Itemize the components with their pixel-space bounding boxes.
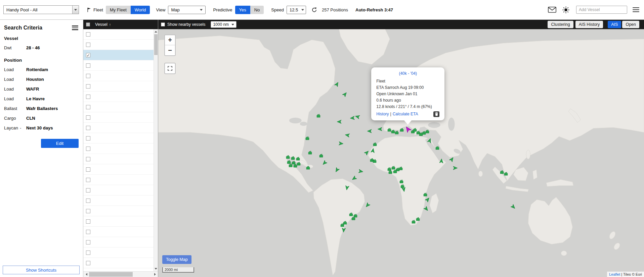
vessel-marker-arrow[interactable] xyxy=(337,119,342,124)
hscrollbar-thumb[interactable] xyxy=(89,272,133,277)
vessel-marker-arrow[interactable] xyxy=(333,80,340,87)
vessel-row[interactable] xyxy=(83,237,158,247)
leaflet-link[interactable]: Leaflet xyxy=(609,272,620,276)
zoom-out-button[interactable]: − xyxy=(165,45,175,55)
vessel-row-checkbox[interactable] xyxy=(86,115,90,120)
vessel-marker-port[interactable] xyxy=(343,220,347,225)
vessel-marker-port[interactable] xyxy=(296,156,300,161)
map-button-clustering[interactable]: Clustering xyxy=(548,21,573,28)
vessel-row[interactable] xyxy=(83,175,158,185)
vessel-marker-port[interactable] xyxy=(291,156,295,160)
vessel-marker-port[interactable] xyxy=(373,159,377,163)
vessel-marker-arrow[interactable] xyxy=(426,137,433,144)
vessel-marker-port[interactable] xyxy=(500,170,504,174)
vessel-marker-arrow[interactable] xyxy=(510,204,517,211)
vessel-marker-port[interactable] xyxy=(425,129,429,134)
vessel-marker-arrow[interactable] xyxy=(321,160,328,167)
vessel-marker-port[interactable] xyxy=(399,166,403,171)
vessel-marker-port[interactable] xyxy=(388,170,392,174)
vessel-marker-arrow[interactable] xyxy=(370,148,376,153)
select-all-checkbox[interactable] xyxy=(86,22,90,26)
pool-select-button[interactable] xyxy=(72,6,79,14)
vessel-marker-arrow[interactable] xyxy=(358,168,363,174)
predictive-no-button[interactable]: No xyxy=(250,6,264,14)
vessel-row[interactable] xyxy=(83,185,158,196)
vessel-row-checkbox[interactable] xyxy=(86,199,90,203)
vessel-column-header[interactable]: Vessel xyxy=(95,22,108,27)
vessel-row-checkbox[interactable] xyxy=(86,178,90,182)
vessel-row[interactable] xyxy=(83,206,158,216)
vessel-row-checkbox[interactable] xyxy=(86,74,90,78)
vessel-row[interactable] xyxy=(83,247,158,258)
vessel-marker-arrow[interactable] xyxy=(345,132,350,138)
vessel-marker-arrow[interactable] xyxy=(333,167,340,173)
vessel-marker-arrow[interactable] xyxy=(424,196,431,203)
vessel-marker-arrow[interactable] xyxy=(354,114,360,120)
add-vessel-input[interactable] xyxy=(576,6,627,14)
edit-button[interactable]: Edit xyxy=(41,139,79,148)
vessel-marker-port[interactable] xyxy=(412,220,416,224)
vertical-scrollbar[interactable] xyxy=(154,29,158,271)
scroll-up-icon[interactable] xyxy=(154,29,158,34)
vessel-row-checkbox[interactable] xyxy=(86,147,90,151)
vessel-marker-port[interactable] xyxy=(413,128,417,132)
vessel-marker-port[interactable] xyxy=(400,184,405,188)
vessel-marker-port[interactable] xyxy=(393,169,397,173)
vessel-marker-port[interactable] xyxy=(286,155,290,159)
vessel-row-checkbox[interactable] xyxy=(86,63,90,68)
vessel-row[interactable] xyxy=(83,102,158,112)
vessel-marker-port[interactable] xyxy=(395,130,399,134)
history-link[interactable]: History xyxy=(376,112,389,116)
vessel-row-checkbox[interactable] xyxy=(86,240,90,244)
vessel-row-checkbox[interactable] xyxy=(86,157,90,161)
vessel-marker-arrow[interactable] xyxy=(439,158,444,164)
vessel-marker-port[interactable] xyxy=(293,163,298,168)
main-menu-icon[interactable] xyxy=(633,7,639,12)
vessel-marker-port[interactable] xyxy=(399,179,403,184)
vessel-row-checkbox[interactable] xyxy=(86,261,90,265)
vessel-marker-arrow[interactable] xyxy=(342,91,349,98)
vessel-marker-port[interactable] xyxy=(305,136,309,140)
vessel-row-checkbox[interactable] xyxy=(86,209,90,213)
vessel-row-checkbox[interactable] xyxy=(86,84,90,89)
predictive-yes-button[interactable]: Yes xyxy=(235,6,250,14)
messages-envelope-icon[interactable] xyxy=(548,7,556,13)
vessel-marker-arrow[interactable] xyxy=(363,149,370,156)
world-button[interactable]: World xyxy=(131,6,150,14)
vessel-row[interactable] xyxy=(83,112,158,123)
view-select[interactable]: Map xyxy=(168,6,206,14)
vessel-marker-port[interactable] xyxy=(306,165,310,170)
speed-select[interactable]: 12.5 xyxy=(287,6,306,14)
vessel-row-checkbox[interactable] xyxy=(86,230,90,234)
vessel-row[interactable]: ✓ xyxy=(83,50,158,60)
vessel-row[interactable] xyxy=(83,154,158,164)
vessel-marker-port[interactable] xyxy=(319,154,324,158)
vessel-marker-arrow[interactable] xyxy=(338,141,344,146)
show-shortcuts-button[interactable]: Show Shortcuts xyxy=(3,266,80,274)
vessel-row[interactable] xyxy=(83,227,158,237)
vessel-row[interactable] xyxy=(83,196,158,206)
vessel-marker-port[interactable] xyxy=(373,142,377,147)
scroll-left-icon[interactable] xyxy=(83,272,89,277)
map[interactable]: + − (40k - '04) FleetETA Sarroch Aug 19 … xyxy=(158,29,644,277)
vessel-marker-arrow[interactable] xyxy=(341,227,346,232)
zoom-in-button[interactable]: + xyxy=(165,35,175,45)
show-nearby-checkbox[interactable] xyxy=(161,22,165,26)
vessel-marker-arrow[interactable] xyxy=(344,185,350,190)
vessel-marker-port[interactable] xyxy=(349,212,353,217)
vessel-marker-arrow[interactable] xyxy=(448,156,456,163)
vessel-row-checkbox[interactable] xyxy=(86,32,90,37)
vessel-marker-port[interactable] xyxy=(316,113,320,118)
vessel-row-checkbox[interactable] xyxy=(86,188,90,192)
vessel-row[interactable] xyxy=(83,92,158,102)
map-button-ais-history[interactable]: AIS History xyxy=(575,21,603,28)
vessel-row-checkbox[interactable] xyxy=(86,251,90,255)
vessel-row[interactable] xyxy=(83,40,158,50)
vessel-row-checkbox[interactable] xyxy=(86,43,90,47)
vessel-row[interactable] xyxy=(83,71,158,81)
delete-vessel-button[interactable] xyxy=(433,111,439,117)
vessel-row-checkbox[interactable] xyxy=(86,167,90,172)
vessel-row-checkbox[interactable] xyxy=(86,105,90,109)
vessel-marker-arrow[interactable] xyxy=(367,129,372,134)
vessel-row[interactable] xyxy=(83,81,158,92)
